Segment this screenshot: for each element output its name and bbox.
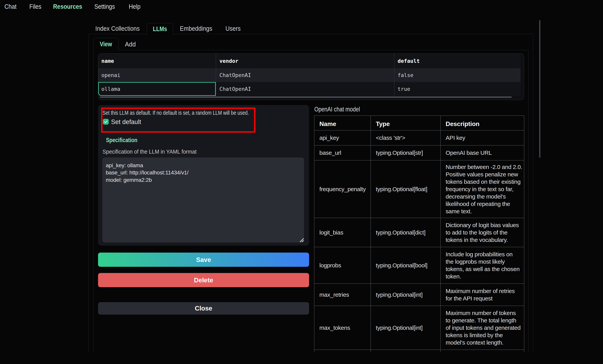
nav-item-help[interactable]: Help: [129, 2, 140, 11]
llm-cell-default[interactable]: false: [398, 68, 413, 82]
save-button[interactable]: Save: [98, 253, 309, 267]
docs-cell-name: api_key: [314, 130, 371, 146]
nav-item-resources[interactable]: Resources: [53, 2, 82, 11]
docs-cell-type: typing.Optional[int]: [371, 306, 441, 350]
docs-header-row: Name Type Description: [314, 116, 524, 130]
subtab-view[interactable]: View: [93, 38, 118, 50]
docs-col-type: Type: [371, 116, 441, 130]
yaml-spec-textarea[interactable]: api_key: ollama base_url: http://localho…: [102, 158, 304, 242]
tab-llms-label: LLMs: [153, 23, 167, 34]
subtab-view-label: View: [100, 38, 112, 50]
tab-users[interactable]: Users: [225, 23, 241, 34]
docs-cell-description: Include log probabilities on the logprob…: [441, 247, 524, 284]
docs-row: api_key <class 'str'> API key: [314, 130, 524, 146]
horizontal-scrollbar[interactable]: [100, 96, 512, 98]
docs-cell-description: API key: [441, 130, 524, 146]
highlight-red-box: [101, 108, 255, 133]
llm-cell-vendor[interactable]: ChatOpenAI: [220, 82, 251, 96]
tab-index-collections[interactable]: Index Collections: [95, 23, 140, 34]
close-button[interactable]: Close: [98, 302, 309, 315]
docs-row: max_tokens typing.Optional[int] Maximum …: [314, 306, 524, 350]
docs-cell-description: Dictionary of logit bias values to add t…: [441, 218, 524, 247]
docs-cell-type: typing.Optional[int]: [371, 284, 441, 306]
close-button-label: Close: [195, 305, 212, 312]
docs-title: OpenAI chat model: [314, 105, 360, 114]
column-separator: [216, 54, 216, 96]
app-root: Chat Files Resources Settings Help Index…: [0, 0, 603, 364]
docs-row: base_url typing.Optional[str] OpenAI bas…: [314, 146, 524, 160]
docs-cell-name: frequency_penalty: [314, 160, 371, 218]
vertical-scrollbar[interactable]: [539, 20, 540, 158]
llm-col-header-name[interactable]: name: [101, 54, 114, 68]
nav-item-settings[interactable]: Settings: [94, 2, 115, 11]
docs-cell-name: logit_bias: [314, 218, 371, 247]
resize-handle-icon[interactable]: [299, 238, 304, 242]
llm-row-openai[interactable]: openai ChatOpenAI false: [98, 68, 521, 82]
docs-cell-description: Maximum number of tokens to generate. Th…: [441, 306, 524, 350]
docs-cell-description: Number between -2.0 and 2.0. Positive va…: [441, 160, 524, 218]
docs-cell-description: OpenAI base URL: [441, 146, 524, 160]
docs-cell-name: logprobs: [314, 247, 371, 284]
docs-cell-type: typing.Optional[bool]: [371, 247, 441, 284]
docs-row-clipped: [314, 350, 524, 352]
docs-cell-type: <class 'str'>: [371, 130, 441, 146]
delete-button-label: Delete: [194, 276, 213, 284]
nav-item-chat[interactable]: Chat: [4, 2, 17, 11]
specification-heading: Specification: [106, 136, 137, 144]
specification-caption: Specification of the LLM in YAML format: [103, 148, 197, 155]
docs-row: max_retries typing.Optional[int] Maximum…: [314, 284, 524, 306]
docs-cell-type: typing.Optional[dict]: [371, 218, 441, 247]
docs-col-description: Description: [441, 116, 524, 130]
llm-col-header-vendor[interactable]: vendor: [220, 54, 238, 68]
llm-col-header-default[interactable]: default: [398, 54, 420, 68]
docs-cell-name: base_url: [314, 146, 371, 160]
selected-cell-outline: [98, 82, 216, 96]
docs-cell-type: typing.Optional[float]: [371, 160, 441, 218]
nav-item-files[interactable]: Files: [29, 2, 41, 11]
llm-list-table: name vendor default openai ChatOpenAI fa…: [98, 54, 524, 100]
docs-table: Name Type Description api_key <class 'st…: [314, 115, 524, 352]
docs-cell-description: [441, 350, 524, 352]
docs-cell-name: max_retries: [314, 284, 371, 306]
docs-row: logprobs typing.Optional[bool] Include l…: [314, 247, 524, 284]
llm-cell-default[interactable]: true: [398, 82, 410, 96]
llm-cell-vendor[interactable]: ChatOpenAI: [220, 68, 251, 82]
llm-cell-name[interactable]: openai: [101, 68, 120, 82]
tab-embeddings[interactable]: Embeddings: [180, 23, 212, 34]
tab-llms[interactable]: LLMs: [147, 23, 173, 34]
docs-cell-name: [314, 350, 371, 352]
docs-row: frequency_penalty typing.Optional[float]…: [314, 160, 524, 218]
llm-table-header-row: name vendor default: [98, 54, 521, 68]
docs-cell-type: [371, 350, 441, 352]
delete-button[interactable]: Delete: [98, 273, 309, 287]
docs-cell-type: typing.Optional[str]: [371, 146, 441, 160]
docs-col-name: Name: [314, 116, 371, 130]
column-separator: [394, 54, 394, 96]
docs-cell-name: max_tokens: [314, 306, 371, 350]
docs-row: logit_bias typing.Optional[dict] Diction…: [314, 218, 524, 247]
llm-detail-card: Set this LLM as default. If no default i…: [98, 105, 309, 246]
docs-cell-description: Maximum number of retries for the API re…: [441, 284, 524, 306]
save-button-label: Save: [196, 256, 211, 263]
